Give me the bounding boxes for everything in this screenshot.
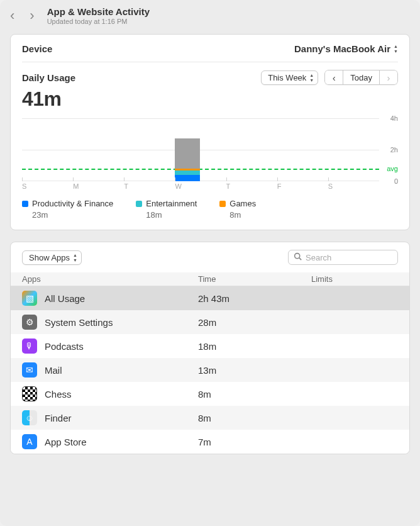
column-apps: Apps [22, 274, 198, 284]
app-name: System Settings [45, 317, 113, 328]
app-name: Podcasts [45, 341, 84, 352]
app-icon: ☺ [22, 410, 37, 425]
svg-point-0 [295, 254, 300, 259]
app-icon: A [22, 434, 37, 449]
daily-usage-label: Daily Usage [22, 72, 75, 83]
table-row[interactable]: ☺ Finder 8m [11, 406, 409, 430]
x-axis-label: M [73, 182, 124, 190]
prev-period-button[interactable]: ‹ [324, 70, 343, 85]
forward-button[interactable]: › [30, 9, 34, 23]
device-label: Device [22, 43, 52, 54]
table-row[interactable]: ▧ All Usage 2h 43m [11, 286, 409, 310]
page-subtitle: Updated today at 1:16 PM [47, 18, 150, 25]
legend-label: Productivity & Finance [32, 199, 113, 208]
chart-bar [175, 138, 200, 181]
app-icon: ✉ [22, 362, 37, 378]
search-icon [294, 252, 302, 262]
app-icon: ⚙ [22, 315, 37, 330]
app-time: 8m [198, 413, 311, 423]
column-limits: Limits [311, 274, 398, 284]
app-time: 8m [198, 389, 311, 400]
legend-label: Games [229, 199, 256, 208]
app-name: All Usage [45, 293, 85, 304]
next-period-button[interactable]: › [379, 70, 398, 85]
column-time: Time [198, 274, 311, 284]
x-axis-label: T [124, 182, 175, 190]
x-axis-label: T [226, 182, 277, 190]
search-field[interactable] [288, 250, 398, 265]
search-input[interactable] [306, 253, 392, 262]
chevron-updown-icon: ▲▼ [73, 253, 77, 262]
back-button[interactable]: ‹ [10, 9, 14, 23]
chevron-updown-icon: ▲▼ [394, 44, 398, 53]
app-time: 7m [198, 437, 311, 447]
page-title: App & Website Activity [47, 6, 150, 17]
chevron-updown-icon: ▲▼ [309, 73, 314, 82]
table-row[interactable]: ✉ Mail 13m [11, 358, 409, 382]
legend-swatch [136, 201, 142, 207]
app-time: 18m [198, 341, 311, 352]
total-usage-value: 41m [22, 87, 398, 111]
table-row[interactable]: ⚙ System Settings 28m [11, 310, 409, 334]
app-time: 28m [198, 317, 311, 328]
app-name: Mail [45, 365, 62, 376]
legend-label: Entertainment [146, 199, 197, 208]
svg-line-1 [299, 258, 301, 260]
app-time: 13m [198, 365, 311, 376]
x-axis-label: S [328, 182, 379, 190]
today-button[interactable]: Today [343, 70, 380, 85]
x-axis-label: F [277, 182, 328, 190]
app-name: Finder [45, 413, 72, 423]
table-row[interactable]: Chess 8m [11, 382, 409, 406]
legend-time: 18m [136, 210, 197, 220]
period-select[interactable]: This Week ▲▼ [261, 70, 318, 85]
app-icon: ▧ [22, 291, 37, 306]
app-name: App Store [45, 437, 87, 447]
app-icon [22, 386, 37, 401]
legend-item: Entertainment18m [136, 199, 197, 220]
x-axis-label: S [22, 182, 73, 190]
usage-chart: 4h 2h avg 0 SMTWTFS [22, 118, 398, 181]
app-icon: 🎙 [22, 339, 37, 354]
device-select[interactable]: Danny's MacBook Air ▲▼ [294, 43, 398, 54]
table-row[interactable]: A App Store 7m [11, 430, 409, 454]
table-row[interactable]: 🎙 Podcasts 18m [11, 334, 409, 358]
show-apps-select[interactable]: Show Apps ▲▼ [22, 250, 82, 265]
legend-item: Games8m [219, 199, 256, 220]
legend-time: 23m [22, 210, 113, 220]
legend-swatch [22, 201, 28, 207]
legend-time: 8m [219, 210, 256, 220]
legend-item: Productivity & Finance23m [22, 199, 113, 220]
app-time: 2h 43m [198, 293, 311, 304]
app-name: Chess [45, 389, 72, 400]
legend-swatch [219, 201, 226, 207]
x-axis-label: W [175, 182, 226, 190]
